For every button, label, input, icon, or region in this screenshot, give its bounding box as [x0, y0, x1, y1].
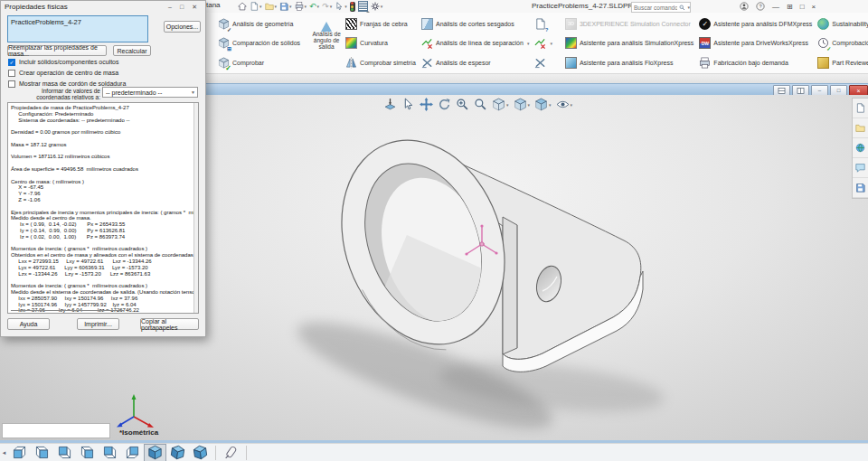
section-view-icon[interactable]: ▾ — [492, 98, 509, 111]
undo-icon[interactable]: ↶▾ — [308, 1, 320, 13]
redo-icon[interactable]: ↷▾ — [321, 1, 333, 13]
ribbon-dfmxpress[interactable]: ✓ Asistente para análisis DFMXpress — [696, 14, 815, 33]
save-icon[interactable]: ▾ — [278, 1, 293, 13]
ribbon-deviation-analysis[interactable] — [532, 53, 555, 71]
command-search[interactable]: ▾ — [631, 2, 691, 13]
search-caret-icon[interactable]: ▾ — [687, 5, 690, 10]
menu-window-partial[interactable]: tana — [206, 1, 221, 9]
ribbon-symmetry-check[interactable]: Comprobar simetría — [343, 53, 419, 71]
ribbon-draft-analysis[interactable]: Análisis de ángulo de salida — [310, 14, 343, 51]
appearances-icon[interactable] — [853, 178, 868, 198]
open-icon[interactable]: ▾ — [264, 1, 278, 13]
ribbon-floxpress[interactable]: Asistente para análisis FloXpress — [562, 53, 696, 71]
display-style-icon[interactable]: ▾ — [534, 98, 552, 111]
normal-to-view-icon[interactable] — [220, 444, 242, 461]
ribbon-zebra-stripes[interactable]: Franjas de cebra — [343, 14, 419, 33]
search-input[interactable] — [632, 5, 679, 11]
back-view-icon[interactable] — [31, 444, 53, 461]
ribbon-on-demand-manufacturing[interactable]: Fabricación bajo demanda — [696, 53, 815, 71]
design-library-icon[interactable] — [853, 118, 868, 138]
verify-entities-icon — [534, 37, 546, 49]
hide-show-tree-icon[interactable] — [357, 1, 369, 13]
compare-solids-icon: ⊞ — [218, 37, 230, 49]
magnify-icon[interactable] — [474, 98, 487, 111]
dialog-titlebar[interactable]: Propiedades físicas – □ ✕ — [1, 1, 205, 13]
checkbox-unchecked-icon[interactable] — [8, 80, 15, 88]
ribbon-sustainability[interactable]: Sustainability — [815, 14, 868, 33]
close-icon[interactable]: × — [812, 3, 816, 11]
print-icon[interactable]: ▾ — [294, 1, 308, 13]
coordinate-system-dropdown[interactable]: -- predeterminado -- ▼ — [102, 87, 198, 98]
select-icon[interactable]: ▾ — [334, 1, 348, 13]
trimetric-view-icon[interactable] — [166, 444, 189, 461]
isometric-view-icon[interactable] — [144, 444, 166, 461]
ribbon-previous-version-check[interactable]: ✓ Comprobación de versión anterior — [815, 34, 868, 52]
checkbox-checked-icon[interactable]: ✓ — [8, 59, 15, 66]
ribbon-geometry-analysis[interactable]: ✓ Análisis de geometría — [215, 14, 303, 33]
document-check-icon: ? — [534, 18, 546, 30]
ribbon-undercut-analysis[interactable]: Análisis de cortes sesgados — [419, 14, 532, 33]
dialog-close-icon[interactable]: ✕ — [192, 1, 197, 13]
bottom-view-icon[interactable] — [121, 444, 144, 461]
ribbon-compare-solids[interactable]: ⊞ Comparación de sólidos — [215, 34, 303, 52]
pin-menu-icon[interactable] — [222, 1, 233, 12]
view-orientation-toolbar: ◂ — [0, 443, 868, 461]
ribbon-driveworksxpress[interactable]: DW Asistente para DriveWorksXpress — [696, 34, 815, 52]
marketplace-globe-icon[interactable] — [853, 138, 868, 158]
zoom-to-fit-icon[interactable] — [383, 98, 397, 111]
dialog-minimize-icon[interactable]: – — [168, 1, 172, 13]
ribbon-thickness-analysis[interactable]: Análisis de espesor — [419, 53, 532, 71]
options-button[interactable]: Opciones... — [164, 21, 201, 33]
rotate-view-icon[interactable] — [438, 98, 451, 111]
checkbox-unchecked-icon[interactable] — [8, 70, 15, 77]
ribbon-check[interactable]: ✓ Comprobar — [215, 53, 303, 71]
right-view-icon[interactable] — [76, 444, 99, 461]
help-button[interactable]: Ayuda — [7, 318, 50, 330]
report-vertical-scrollbar[interactable] — [193, 103, 198, 313]
hide-show-items-icon[interactable]: ▾ — [556, 98, 573, 111]
top-view-icon[interactable] — [99, 444, 121, 461]
selected-items-field[interactable]: PracticeProblems_4-27 — [7, 15, 148, 42]
headsup-view-toolbar: ▾ ▾ ▾ ▾ — [383, 98, 572, 111]
fullscreen-icon[interactable]: ⊞ — [787, 3, 793, 11]
previous-version-check-icon: ✓ — [817, 37, 829, 49]
user-account-icon[interactable] — [740, 2, 749, 11]
copy-to-clipboard-button[interactable]: Copiar al portapapeles — [140, 318, 199, 330]
part-reviewer-icon — [817, 57, 829, 69]
ribbon-simulationxpress[interactable]: Asistente para análisis SimulationXpress — [562, 34, 696, 52]
ribbon-parting-line-analysis[interactable]: Análisis de línea de separación ▾ — [419, 34, 532, 52]
draft-analysis-icon — [319, 15, 334, 30]
front-view-icon[interactable] — [8, 444, 31, 461]
ribbon-part-reviewer[interactable]: Part Reviewer — [815, 53, 868, 71]
ribbon-curvature[interactable]: Curvatura — [343, 34, 419, 52]
replace-mass-properties-button[interactable]: Reemplazar las propiedades de masa... — [7, 45, 107, 56]
minimize-icon[interactable]: — — [772, 3, 779, 11]
mass-properties-report[interactable]: Propiedades de masa de PracticeProblems_… — [7, 102, 199, 314]
new-document-icon[interactable]: ▾ — [249, 1, 263, 13]
checkbox-create-com-feature[interactable]: Crear operación de centro de masa — [8, 69, 118, 77]
home-icon[interactable] — [237, 1, 248, 13]
selection-filter-icon[interactable] — [349, 1, 356, 13]
zoom-area-icon[interactable] — [456, 98, 469, 111]
checkbox-include-hidden[interactable]: ✓ Incluir sólidos/componentes ocultos — [8, 58, 119, 66]
ribbon-import-diagnostics[interactable]: ? — [532, 14, 555, 33]
comments-icon[interactable] — [853, 158, 868, 178]
print-button[interactable]: Imprimir... — [77, 318, 119, 330]
ribbon-verify-entities[interactable]: ▾ — [532, 34, 555, 52]
pan-icon[interactable] — [420, 98, 433, 111]
report-horizontal-scrollbar[interactable] — [11, 310, 124, 311]
toolbar-overflow-left-icon[interactable]: ◂ — [0, 449, 8, 456]
options-gear-icon[interactable]: ▾ — [370, 1, 384, 13]
view-orientation-icon[interactable]: ▾ — [514, 98, 531, 111]
select-icon[interactable] — [401, 98, 415, 111]
dimetric-view-icon[interactable] — [189, 444, 212, 461]
restore-icon[interactable]: □ — [800, 3, 805, 11]
mass-properties-text: Propiedades de masa de PracticeProblems_… — [8, 103, 198, 314]
curvature-icon — [345, 37, 357, 49]
dialog-maximize-icon[interactable]: □ — [180, 1, 184, 13]
recalculate-button[interactable]: Recalcular — [113, 45, 151, 56]
left-view-icon[interactable] — [53, 444, 76, 461]
help-icon[interactable] — [756, 2, 765, 11]
resources-icon[interactable] — [853, 99, 868, 118]
mass-properties-dialog: Propiedades físicas – □ ✕ PracticeProble… — [0, 0, 206, 337]
